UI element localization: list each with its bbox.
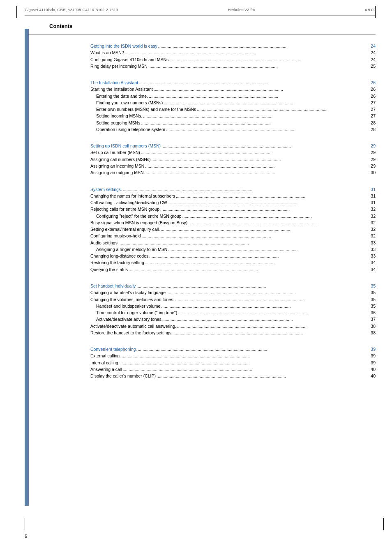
toc-dots-entry: ........................................… (176, 193, 367, 199)
toc-entry-title: Restore the handset to the factory setti… (90, 329, 173, 336)
toc-page-entry: 27 (367, 99, 376, 106)
toc-entry-title: Starting the Installation Assistant (90, 86, 153, 92)
toc-page-entry: 30 (367, 169, 376, 176)
toc-entry-system-settings-1: Call waiting - activating/deactivating C… (90, 199, 376, 206)
toc-entry-set-handset-3: Time control for ringer volume ("ring to… (90, 309, 376, 316)
toc-dots-entry: ........................................… (145, 163, 367, 169)
toc-page-entry: 28 (367, 120, 376, 126)
toc-page-heading-set-handset[interactable]: 35 (367, 283, 376, 289)
toc-dots-heading-isdn-world: ........................................… (158, 43, 367, 49)
toc-dots-heading-installation-assistant: ........................................… (139, 79, 367, 86)
toc-entry-title: Finding your own numbers (MSNs) (96, 99, 163, 106)
toc-entry-isdn-call-numbers-3: Assigning an outgoing MSN...............… (90, 169, 376, 176)
toc-dots-entry: ........................................… (151, 156, 367, 163)
toc-section-set-handset: Set handset individually................… (90, 283, 376, 336)
toc-section-convenient-telephoning: Convenient telephoning..................… (90, 346, 376, 379)
toc-heading-link-convenient-telephoning[interactable]: Convenient telephoning. (90, 346, 137, 352)
toc-entry-system-settings-2: Rejecting calls for entire MSN group....… (90, 206, 376, 212)
toc-entry-title: Rejecting calls for entire MSN group (90, 206, 159, 212)
toc-entry-title: Set up call number (MSN) (90, 149, 140, 156)
toc-entry-title: Changing a handset's display language (90, 289, 166, 296)
toc-dots-entry: ........................................… (125, 49, 367, 56)
toc-page-entry: 32 (367, 233, 376, 239)
toc-page-entry: 33 (367, 240, 376, 246)
toc-page-heading-system-settings[interactable]: 31 (367, 186, 376, 193)
toc-page-entry: 24 (367, 49, 376, 56)
toc-page-entry: 32 (367, 219, 376, 226)
toc-dots-entry: ........................................… (129, 266, 367, 273)
toc-heading-link-installation-assistant[interactable]: The Installation Assistant (90, 79, 138, 86)
toc-dots-entry: ........................................… (120, 240, 367, 246)
toc-dots-entry: ........................................… (160, 206, 367, 212)
toc-entry-title: Restoring the factory setting (90, 259, 144, 266)
toc-dots-entry: ........................................… (189, 219, 367, 226)
toc-heading-installation-assistant: The Installation Assistant..............… (90, 79, 376, 86)
toc-entry-convenient-telephoning-3: Display the caller's number (CLIP)......… (90, 373, 376, 379)
toc-entry-system-settings-10: Restoring the factory setting...........… (90, 259, 376, 266)
toc-entry-convenient-telephoning-1: Internal calling........................… (90, 359, 376, 366)
toc-page-heading-convenient-telephoning[interactable]: 39 (367, 346, 376, 352)
toc-entry-title: Changing long-distance codes (90, 253, 148, 259)
toc-entry-set-handset-6: Restore the handset to the factory setti… (90, 329, 376, 336)
toc-entry-title: Entering the date and time. (96, 93, 148, 99)
header-right-rule (375, 6, 376, 18)
toc-heading-link-isdn-world[interactable]: Getting into the ISDN world is easy (90, 43, 157, 49)
toc-entry-title: Busy signal when MSN is engaged (Busy on… (90, 219, 189, 226)
footer-left-rule (25, 518, 25, 530)
toc-page-heading-isdn-world[interactable]: 24 (367, 43, 376, 49)
toc-entry-isdn-world-1: Configuring Gigaset 4110isdn and MSNs...… (90, 56, 376, 63)
toc-page-entry: 35 (367, 303, 376, 309)
toc-page-entry: 26 (367, 86, 376, 92)
toc-section-isdn-world: Getting into the ISDN world is easy.....… (90, 43, 376, 69)
toc-dots-entry: ........................................… (120, 359, 367, 366)
toc-entry-title: Assigning a ringer melody to an MSN (96, 246, 167, 253)
toc-dots-entry: ........................................… (141, 120, 367, 126)
toc-entry-system-settings-6: Configuring music-on-hold...............… (90, 233, 376, 239)
toc-dots-entry: ........................................… (161, 226, 367, 233)
toc-page-entry: 31 (367, 199, 376, 206)
toc-entry-set-handset-1: Changing the volumes, melodies and tones… (90, 296, 376, 303)
toc-content: Getting into the ISDN world is easy.....… (25, 35, 376, 395)
toc-heading-set-handset: Set handset individually................… (90, 283, 376, 289)
toc-entry-title: Handset and loudspeaker volume (96, 303, 160, 309)
toc-page-entry: 31 (367, 193, 376, 199)
toc-entry-title: Enter own numbers (MSNs) and name for th… (96, 106, 196, 113)
toc-dots-entry: ........................................… (120, 352, 367, 359)
toc-dots-entry: ........................................… (141, 149, 367, 156)
toc-page-heading-isdn-call-numbers[interactable]: 29 (367, 143, 376, 149)
toc-entry-isdn-call-numbers-1: Assigning call numbers (MSNs)...........… (90, 156, 376, 163)
header-left-text: Gigaset 4110isdn, GBR, A31008-G4110-B102… (25, 7, 118, 12)
toc-entry-title: Operation using a telephone system (96, 126, 165, 133)
toc-page-entry: 25 (367, 63, 376, 69)
toc-entry-system-settings-11: Querying the status.....................… (90, 266, 376, 273)
toc-dots-entry: ........................................… (146, 169, 367, 176)
toc-dots-entry: ........................................… (168, 199, 367, 206)
toc-heading-link-system-settings[interactable]: System settings. (90, 186, 122, 193)
toc-entry-system-settings-0: Changing the names for internal subscrib… (90, 193, 376, 199)
toc-heading-link-set-handset[interactable]: Set handset individually (90, 283, 136, 289)
toc-entry-installation-assistant-0: Starting the Installation Assistant.....… (90, 86, 376, 92)
toc-entry-title: Time control for ringer volume ("ring to… (96, 309, 177, 316)
toc-entry-installation-assistant-3: Enter own numbers (MSNs) and name for th… (90, 106, 376, 113)
toc-page-entry: 29 (367, 149, 376, 156)
toc-dots-entry: ........................................… (148, 63, 367, 69)
toc-entry-system-settings-9: Changing long-distance codes............… (90, 253, 376, 259)
toc-entry-system-settings-5: Setting external/internal enquiry call..… (90, 226, 376, 233)
toc-dots-entry: ........................................… (171, 56, 367, 63)
toc-page-entry: 32 (367, 213, 376, 219)
toc-entry-title: Configuring music-on-hold (90, 233, 141, 239)
toc-page-entry: 29 (367, 156, 376, 163)
toc-entry-installation-assistant-4: Setting incoming MSNs...................… (90, 113, 376, 119)
toc-dots-entry: ........................................… (168, 246, 367, 253)
toc-page-entry: 27 (367, 113, 376, 119)
toc-dots-entry: ........................................… (175, 296, 367, 303)
toc-dots-entry: ........................................… (145, 259, 367, 266)
toc-entry-convenient-telephoning-2: Answering a call........................… (90, 366, 376, 373)
toc-page-entry: 39 (367, 352, 376, 359)
toc-heading-link-isdn-call-numbers[interactable]: Setting up ISDN call numbers (MSN) (90, 143, 161, 149)
toc-entry-isdn-world-2: Ring delay per incoming MSN.............… (90, 63, 376, 69)
header-left-rule (16, 6, 17, 18)
contents-heading: Contents (25, 16, 376, 35)
toc-page-heading-installation-assistant[interactable]: 26 (367, 79, 376, 86)
toc-dots-entry: ........................................… (164, 99, 367, 106)
